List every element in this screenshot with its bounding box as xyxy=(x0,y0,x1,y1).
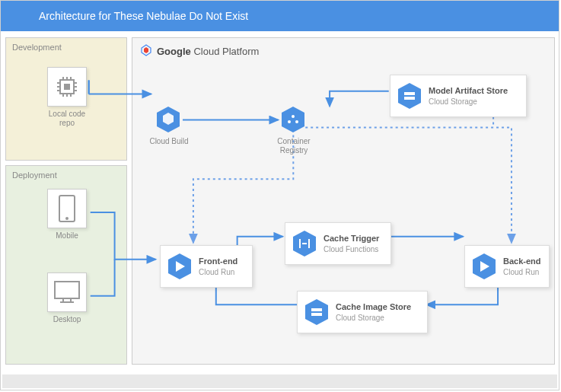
diagram-frame: Architecture for These Nebulae Do Not Ex… xyxy=(0,0,559,390)
deployment-label: Deployment xyxy=(6,166,126,184)
svg-point-15 xyxy=(65,217,69,220)
cloud-build-label: Cloud Build xyxy=(143,137,195,146)
cache-image-store-card: Cache Image StoreCloud Storage xyxy=(297,291,428,333)
cpu-icon xyxy=(47,67,87,107)
svg-rect-40 xyxy=(311,313,322,316)
svg-marker-38 xyxy=(305,299,328,325)
cloud-build-icon xyxy=(155,105,181,134)
backend-sub: Cloud Run xyxy=(503,267,541,277)
cache-trigger-title: Cache Trigger xyxy=(324,233,379,244)
container-registry-label: Container Registry xyxy=(271,137,317,155)
footer-bar xyxy=(2,374,557,388)
cloud-run-icon xyxy=(471,252,497,281)
storage-icon xyxy=(304,298,330,327)
cache-image-title: Cache Image Store xyxy=(336,301,411,312)
model-store-sub: Cloud Storage xyxy=(429,97,508,107)
model-store-title: Model Artifact Store xyxy=(429,85,508,96)
desktop-client: Desktop xyxy=(41,272,93,324)
container-registry-node xyxy=(280,105,306,134)
gcp-zone: Google Cloud Platform xyxy=(132,37,555,365)
gcp-brand-bold: Google xyxy=(157,46,191,57)
svg-point-28 xyxy=(288,120,291,123)
frontend-sub: Cloud Run xyxy=(199,267,237,277)
development-zone: Development Local code repo xyxy=(5,37,127,161)
mobile-icon xyxy=(47,189,87,228)
cache-image-sub: Cloud Storage xyxy=(336,313,411,323)
local-code-repo: Local code repo xyxy=(41,67,93,128)
gcp-logo-icon xyxy=(140,44,152,59)
svg-rect-31 xyxy=(404,92,415,95)
svg-point-29 xyxy=(295,120,298,123)
model-artifact-store-card: Model Artifact StoreCloud Storage xyxy=(390,75,527,117)
mobile-label: Mobile xyxy=(41,231,93,241)
deployment-zone: Deployment Mobile Desktop xyxy=(5,165,127,365)
desktop-label: Desktop xyxy=(41,315,93,324)
svg-rect-39 xyxy=(311,308,322,311)
svg-rect-16 xyxy=(55,282,79,298)
backend-card: Back-endCloud Run xyxy=(464,245,550,288)
svg-rect-32 xyxy=(404,97,415,100)
gcp-brand-rest: Cloud Platform xyxy=(191,46,260,57)
svg-marker-30 xyxy=(398,83,421,109)
cache-trigger-sub: Cloud Functions xyxy=(324,244,379,254)
desktop-icon xyxy=(47,272,87,312)
diagram-body: Development Local code repo Deployment M… xyxy=(1,31,559,378)
cache-trigger-card: Cache TriggerCloud Functions xyxy=(285,222,391,265)
gcp-header: Google Cloud Platform xyxy=(132,38,554,65)
container-registry-icon xyxy=(280,105,306,134)
local-code-repo-label: Local code repo xyxy=(41,110,93,128)
cloud-build-node xyxy=(155,105,181,134)
backend-title: Back-end xyxy=(503,256,541,266)
storage-icon xyxy=(397,81,422,110)
frontend-card: Front-endCloud Run xyxy=(160,245,253,288)
frontend-title: Front-end xyxy=(199,256,237,266)
cloud-run-icon xyxy=(167,252,193,281)
svg-marker-21 xyxy=(144,47,148,53)
mobile-client: Mobile xyxy=(41,189,93,241)
svg-point-27 xyxy=(292,115,295,118)
title-text: Architecture for These Nebulae Do Not Ex… xyxy=(39,10,248,22)
svg-marker-26 xyxy=(282,107,304,132)
cloud-functions-icon xyxy=(292,229,317,258)
svg-rect-1 xyxy=(64,84,70,90)
title-bar: Architecture for These Nebulae Do Not Ex… xyxy=(1,1,559,31)
development-label: Development xyxy=(6,38,126,56)
